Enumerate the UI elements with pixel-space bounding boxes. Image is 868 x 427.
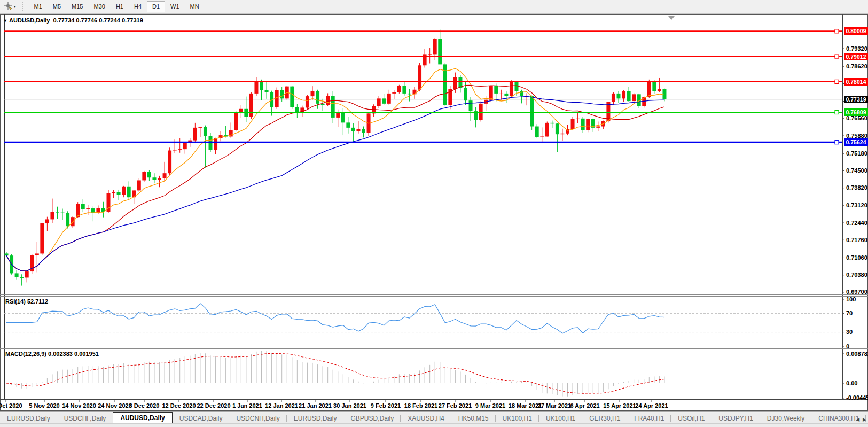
timeframe-button-d1[interactable]: D1 [147, 1, 165, 12]
hline-anchor[interactable] [835, 111, 839, 114]
candlestick [152, 177, 156, 180]
x-axis-date-label: 15 Apr 2021 [603, 402, 636, 409]
price-axis-label: 0.71060 [846, 255, 867, 261]
candlestick [632, 94, 636, 101]
candlestick [377, 98, 381, 106]
candlestick [311, 91, 315, 96]
candlestick [290, 87, 294, 107]
candlestick [418, 65, 421, 89]
price-axis-label: 0.78620 [846, 64, 867, 69]
symbol-tab-usdjpy-h1[interactable]: USDJPY,H1 [711, 413, 760, 424]
x-axis-date-label: 14 Nov 2020 [62, 402, 96, 409]
candlestick [20, 277, 24, 278]
symbol-tab-eurusd-daily[interactable]: EURUSD,Daily [287, 413, 344, 424]
price-axis-label: 0.72440 [846, 220, 867, 226]
hline-anchor[interactable] [835, 80, 839, 83]
macd-axis-label: 0.00 [846, 381, 857, 386]
x-axis-date-label: 24 Nov 2020 [98, 402, 132, 409]
symbol-tab-usdchf-daily[interactable]: USDCHF,Daily [57, 413, 113, 424]
symbol-tab-hk50-m15[interactable]: HK50,M15 [451, 413, 496, 424]
x-axis-date-label: 12 Dec 2020 [162, 402, 196, 409]
symbol-tab-usdcad-daily[interactable]: USDCAD,Daily [173, 413, 230, 424]
toolbar-grip[interactable] [22, 2, 25, 11]
timeframe-button-mn[interactable]: MN [185, 1, 205, 12]
x-axis-date-label: 12 Jan 2021 [265, 402, 298, 409]
candlestick [336, 112, 340, 117]
x-axis-date-label: 1 Jan 2021 [232, 402, 262, 409]
status-bar [0, 423, 868, 427]
candlestick [50, 212, 54, 219]
candlestick [392, 92, 396, 94]
timeframe-button-m1[interactable]: M1 [29, 1, 48, 12]
cursor-tool-button[interactable]: ▾ [2, 1, 18, 13]
symbol-tab-uk100-h1[interactable]: UK100,H1 [539, 413, 582, 424]
timeframe-button-m15[interactable]: M15 [66, 1, 88, 12]
candlestick [540, 136, 544, 137]
candlestick [91, 208, 95, 213]
candlestick [464, 88, 467, 100]
candlestick [586, 119, 590, 130]
ma-line-medium [6, 86, 664, 271]
chart-shift-marker[interactable] [668, 16, 675, 20]
candlestick [265, 90, 269, 92]
symbol-tab-eurusd-daily[interactable]: EURUSD,Daily [0, 413, 57, 424]
ma-line-fast [6, 68, 664, 271]
timeframe-button-w1[interactable]: W1 [165, 1, 185, 12]
symbol-tab-usoil-h1[interactable]: USOil,H1 [671, 413, 711, 424]
candlestick [658, 89, 661, 91]
x-axis-date-label: 27 Feb 2021 [439, 402, 472, 409]
tab-scroll-right-button[interactable]: ▶ [863, 417, 866, 422]
x-axis-date-label: 18 Feb 2021 [404, 402, 437, 409]
candlestick [556, 123, 559, 134]
candlestick [362, 129, 365, 133]
price-axis-label: 0.71760 [846, 237, 867, 243]
candlestick [316, 91, 319, 104]
symbol-tab-ger30-h1[interactable]: GER30,H1 [582, 413, 627, 424]
timeframe-button-h4[interactable]: H4 [129, 1, 147, 12]
symbol-tab-uk100-h1[interactable]: UK100,H1 [496, 413, 539, 424]
hline-anchor[interactable] [835, 141, 839, 144]
macd-axis-label: -0.004451 [846, 395, 868, 401]
timeframe-button-h1[interactable]: H1 [111, 1, 129, 12]
timeframe-button-m30[interactable]: M30 [88, 1, 110, 12]
candlestick [652, 82, 656, 91]
crosshair-cursor-icon [4, 2, 12, 12]
timeframe-button-m5[interactable]: M5 [48, 1, 66, 12]
candlestick [622, 91, 625, 98]
current-price-label: 0.77319 [844, 96, 868, 103]
candlestick [433, 39, 437, 54]
hline-price-label: 0.79012 [844, 53, 868, 60]
candlestick [617, 94, 621, 98]
candlestick [662, 89, 666, 99]
symbol-tab-gbpusd-daily[interactable]: GBPUSD,Daily [343, 413, 401, 424]
candlestick [142, 172, 146, 181]
candlestick [438, 39, 442, 64]
candlestick [61, 213, 65, 213]
price-axis-label: 0.73820 [846, 185, 867, 191]
symbol-tab-dj30-weekly[interactable]: DJ30,Weekly [760, 413, 811, 424]
symbol-tab-usdcnh-daily[interactable]: USDCNH,Daily [229, 413, 286, 424]
price-axis-label: 0.73120 [846, 203, 867, 208]
symbol-tab-audusd-daily[interactable]: AUDUSD,Daily [113, 412, 172, 424]
quote-bar[interactable]: ▾AUDUSD,Daily 0.77734 0.77746 0.77244 0.… [4, 17, 143, 24]
hline-anchor[interactable] [835, 55, 839, 58]
price-axis-label: 0.69700 [846, 289, 867, 295]
candlestick [295, 107, 299, 112]
hline-anchor[interactable] [835, 29, 839, 33]
candlestick [571, 119, 575, 129]
candlestick [581, 119, 585, 130]
candlestick [504, 94, 508, 96]
tab-scroll-left-button[interactable]: ◀ [856, 417, 859, 422]
x-axis-date-label: 27 Mar 2021 [538, 402, 571, 409]
symbol-tab-fra40-h1[interactable]: FRA40,H1 [627, 413, 671, 424]
candlestick [45, 219, 49, 223]
candlestick [530, 96, 534, 127]
symbol-dropdown-icon[interactable]: ▾ [4, 18, 6, 23]
candlestick [397, 86, 401, 92]
candlestick [280, 90, 284, 98]
symbol-tab-xauusd-h4[interactable]: XAUUSD,H4 [401, 413, 451, 424]
candlestick [469, 100, 473, 111]
candlestick [402, 86, 406, 94]
candlestick [239, 109, 243, 112]
price-axis-label: 0.74500 [846, 168, 867, 174]
